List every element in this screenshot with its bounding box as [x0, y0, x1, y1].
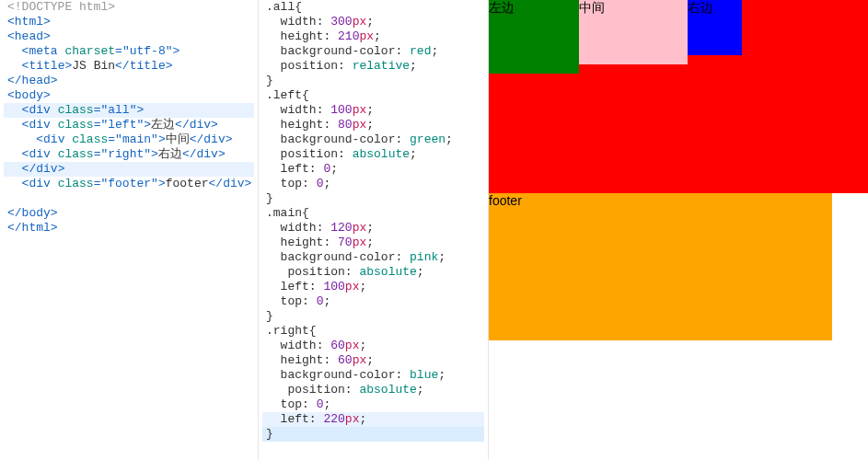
code-line[interactable]: width: 300px;	[262, 15, 484, 29]
code-line[interactable]: <!DOCTYPE html>	[4, 0, 254, 15]
preview-main-box: 中间	[579, 0, 688, 64]
css-editor-panel[interactable]: .all{ width: 300px; height: 210px; backg…	[259, 0, 489, 460]
code-line[interactable]: .right{	[262, 324, 484, 339]
code-line[interactable]: width: 120px;	[262, 221, 484, 236]
code-line[interactable]: <div class="all">	[4, 103, 254, 118]
code-line[interactable]: .main{	[262, 206, 484, 221]
code-line[interactable]: <body>	[4, 88, 254, 103]
code-line[interactable]: <title>JS Bin</title>	[4, 59, 254, 74]
code-line[interactable]: height: 210px;	[262, 29, 484, 44]
code-line[interactable]: background-color: red;	[262, 44, 484, 59]
code-line[interactable]: <div class="main">中间</div>	[4, 132, 254, 147]
preview-right-box: 右边	[688, 0, 742, 55]
html-editor-panel[interactable]: <!DOCTYPE html><html><head> <meta charse…	[0, 0, 259, 460]
code-line[interactable]: background-color: blue;	[262, 368, 484, 383]
code-line[interactable]: <meta charset="utf-8">	[4, 44, 254, 59]
code-line[interactable]	[4, 191, 254, 206]
code-line[interactable]: top: 0;	[262, 397, 484, 412]
code-line[interactable]: <html>	[4, 15, 254, 29]
code-line[interactable]: left: 220px;	[262, 412, 484, 427]
code-line[interactable]: left: 0;	[262, 162, 484, 177]
code-line[interactable]: left: 100px;	[262, 280, 484, 294]
preview-left-label: 左边	[489, 0, 515, 15]
code-line[interactable]: }	[262, 309, 484, 324]
code-line[interactable]: </html>	[4, 221, 254, 236]
code-line[interactable]: .all{	[262, 0, 484, 15]
preview-footer-box: footer	[489, 193, 832, 340]
code-line[interactable]: .left{	[262, 88, 484, 103]
html-code-area[interactable]: <!DOCTYPE html><html><head> <meta charse…	[0, 0, 258, 236]
jsbin-app: <!DOCTYPE html><html><head> <meta charse…	[0, 0, 868, 460]
code-line[interactable]: position: relative;	[262, 59, 484, 74]
code-line[interactable]: top: 0;	[262, 294, 484, 309]
preview-all-box: 左边 中间 右边	[489, 0, 868, 193]
code-line[interactable]: <head>	[4, 29, 254, 44]
code-line[interactable]: background-color: pink;	[262, 250, 484, 265]
code-line[interactable]: height: 60px;	[262, 353, 484, 368]
code-line[interactable]: </div>	[4, 162, 254, 177]
code-line[interactable]: </head>	[4, 74, 254, 88]
code-line[interactable]: }	[262, 74, 484, 88]
code-line[interactable]: height: 80px;	[262, 118, 484, 132]
code-line[interactable]: position: absolute;	[262, 147, 484, 162]
preview-right-label: 右边	[688, 0, 713, 15]
code-line[interactable]: position: absolute;	[262, 265, 484, 280]
code-line[interactable]: width: 100px;	[262, 103, 484, 118]
preview-left-box: 左边	[489, 0, 579, 74]
code-line[interactable]: </body>	[4, 206, 254, 221]
code-line[interactable]: <div class="footer">footer</div>	[4, 177, 254, 191]
preview-footer-label: footer	[489, 193, 522, 208]
css-code-area[interactable]: .all{ width: 300px; height: 210px; backg…	[259, 0, 488, 442]
code-line[interactable]: }	[262, 191, 484, 206]
output-preview-panel: 左边 中间 右边 footer	[489, 0, 868, 460]
code-line[interactable]: position: absolute;	[262, 383, 484, 397]
code-line[interactable]: }	[262, 427, 484, 442]
code-line[interactable]: width: 60px;	[262, 339, 484, 353]
code-line[interactable]: height: 70px;	[262, 236, 484, 250]
preview-main-label: 中间	[579, 0, 605, 15]
code-line[interactable]: <div class="left">左边</div>	[4, 118, 254, 132]
code-line[interactable]: top: 0;	[262, 177, 484, 191]
output-stage: 左边 中间 右边 footer	[489, 0, 868, 340]
code-line[interactable]: background-color: green;	[262, 132, 484, 147]
code-line[interactable]: <div class="right">右边</div>	[4, 147, 254, 162]
